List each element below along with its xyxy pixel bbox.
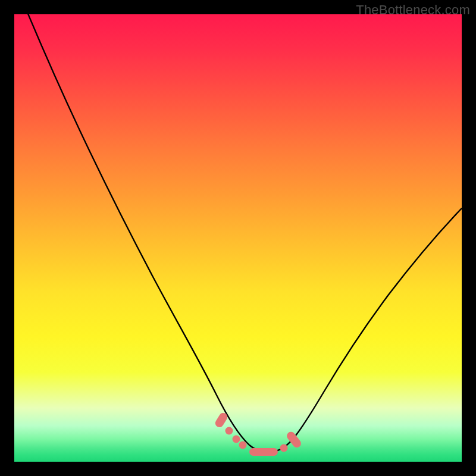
bottleneck-curve-path xyxy=(23,14,462,452)
marker-bar-flat xyxy=(249,448,278,456)
bottleneck-curve-svg xyxy=(14,14,462,462)
marker-dot xyxy=(233,436,240,443)
marker-dot xyxy=(239,441,247,449)
chart-plot-area xyxy=(14,14,462,462)
marker-cap-right xyxy=(285,430,303,449)
chart-frame: TheBottleneck.com xyxy=(0,0,476,476)
curve-markers xyxy=(214,411,303,456)
marker-dot xyxy=(226,427,233,435)
marker-dot xyxy=(280,444,288,452)
